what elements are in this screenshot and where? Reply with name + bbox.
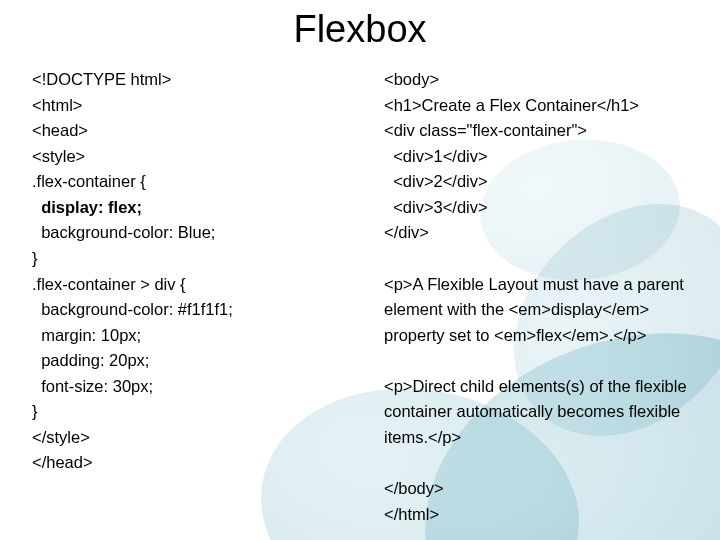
code-line: <html> bbox=[32, 96, 82, 114]
code-line: <h1>Create a Flex Container</h1> bbox=[384, 96, 639, 114]
code-line: padding: 20px; bbox=[32, 351, 149, 369]
code-line: <!DOCTYPE html> bbox=[32, 70, 171, 88]
slide: Flexbox <!DOCTYPE html> <html> <head> <s… bbox=[0, 0, 720, 540]
code-line: <div>3</div> bbox=[384, 198, 488, 216]
code-line-emphasis: display: flex; bbox=[32, 198, 142, 216]
content-columns: <!DOCTYPE html> <html> <head> <style> .f… bbox=[0, 67, 720, 527]
code-line: .flex-container { bbox=[32, 172, 146, 190]
code-line: .flex-container > div { bbox=[32, 275, 186, 293]
code-line: } bbox=[32, 249, 38, 267]
code-line: <div class="flex-container"> bbox=[384, 121, 587, 139]
code-line: background-color: Blue; bbox=[32, 223, 215, 241]
code-line: <p>A Flexible Layout must have a parent … bbox=[384, 275, 689, 344]
code-line: </div> bbox=[384, 223, 429, 241]
code-line: font-size: 30px; bbox=[32, 377, 153, 395]
code-line: </style> bbox=[32, 428, 90, 446]
code-line: margin: 10px; bbox=[32, 326, 141, 344]
code-line: </html> bbox=[384, 505, 439, 523]
code-right-column: <body> <h1>Create a Flex Container</h1> … bbox=[384, 67, 688, 527]
code-line: background-color: #f1f1f1; bbox=[32, 300, 233, 318]
slide-title: Flexbox bbox=[0, 0, 720, 67]
code-line: <p>Direct child elements(s) of the flexi… bbox=[384, 377, 691, 446]
code-line: <head> bbox=[32, 121, 88, 139]
code-line: </head> bbox=[32, 453, 93, 471]
code-left-column: <!DOCTYPE html> <html> <head> <style> .f… bbox=[32, 67, 336, 527]
code-line: </body> bbox=[384, 479, 444, 497]
code-line: <div>1</div> bbox=[384, 147, 488, 165]
code-line: <body> bbox=[384, 70, 439, 88]
code-line: <div>2</div> bbox=[384, 172, 488, 190]
code-line: <style> bbox=[32, 147, 85, 165]
code-line: } bbox=[32, 402, 38, 420]
